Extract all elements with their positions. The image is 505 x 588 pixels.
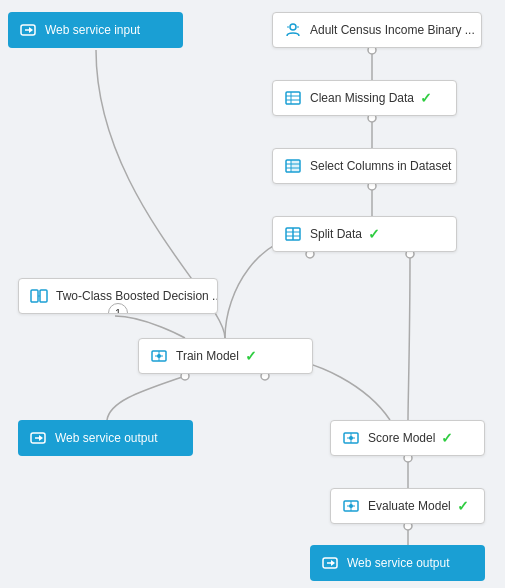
clean-missing-icon [283,88,303,108]
adult-census-node[interactable]: Adult Census Income Binary ... [272,12,482,48]
two-class-badge: 1 [108,303,128,314]
service-input-icon [18,20,38,40]
evaluate-model-check: ✓ [457,498,469,514]
clean-missing-node[interactable]: Clean Missing Data ✓ [272,80,457,116]
train-model-icon [149,346,169,366]
svg-point-46 [349,436,353,440]
web-service-output-2-node[interactable]: Web service output [310,545,485,581]
svg-point-39 [157,354,161,358]
select-columns-node[interactable]: Select Columns in Dataset ✓ [272,148,457,184]
clean-missing-label: Clean Missing Data [310,91,414,105]
dataset-icon [283,20,303,40]
score-model-node[interactable]: Score Model ✓ [330,420,485,456]
two-class-icon [29,286,49,306]
select-columns-icon [283,156,303,176]
svg-point-50 [349,504,353,508]
svg-marker-53 [331,560,335,566]
web-service-output-2-label: Web service output [347,556,450,570]
clean-missing-check: ✓ [420,90,432,106]
adult-census-label: Adult Census Income Binary ... [310,23,475,37]
web-service-input-label: Web service input [45,23,140,37]
svg-marker-16 [29,27,33,33]
svg-marker-42 [39,435,43,441]
train-model-check: ✓ [245,348,257,364]
svg-rect-34 [40,290,47,302]
split-data-icon [283,224,303,244]
evaluate-model-label: Evaluate Model [368,499,451,513]
split-data-node[interactable]: Split Data ✓ [272,216,457,252]
score-model-icon [341,428,361,448]
workflow-canvas: Web service input Adult Census Income Bi… [0,0,505,588]
svg-rect-28 [291,160,300,172]
evaluate-model-icon [341,496,361,516]
svg-point-17 [290,24,296,30]
service-output-2-icon [320,553,340,573]
train-model-node[interactable]: Train Model ✓ [138,338,313,374]
select-columns-label: Select Columns in Dataset [310,159,451,173]
split-data-check: ✓ [368,226,380,242]
score-model-label: Score Model [368,431,435,445]
web-service-output-1-node[interactable]: Web service output [18,420,193,456]
svg-rect-33 [31,290,38,302]
train-model-label: Train Model [176,349,239,363]
score-model-check: ✓ [441,430,453,446]
web-service-output-1-label: Web service output [55,431,158,445]
service-output-1-icon [28,428,48,448]
web-service-input-node[interactable]: Web service input [8,12,183,48]
evaluate-model-node[interactable]: Evaluate Model ✓ [330,488,485,524]
two-class-node[interactable]: Two-Class Boosted Decision ... ✓ 1 [18,278,218,314]
two-class-label: Two-Class Boosted Decision ... [56,289,218,303]
split-data-label: Split Data [310,227,362,241]
svg-rect-20 [286,92,300,104]
